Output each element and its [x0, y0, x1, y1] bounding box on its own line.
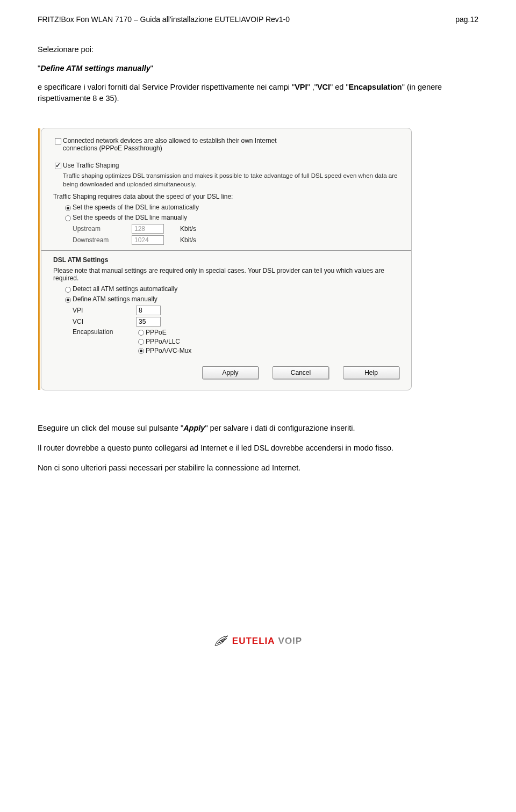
upstream-input[interactable] [132, 224, 164, 234]
intro-p3: e specificare i valori forniti dal Servi… [38, 82, 478, 104]
downstream-input[interactable] [132, 235, 164, 245]
atm-manual-row[interactable]: Define ATM settings manually [63, 295, 399, 303]
encap-pppoallc-label: PPPoA/LLC [146, 338, 180, 345]
traffic-shaping-row[interactable]: Use Traffic Shaping [53, 162, 399, 170]
encap-pppoe-label: PPPoE [146, 329, 167, 336]
dsl-speed-manual-radio[interactable] [63, 214, 73, 222]
pppoe-passthrough-checkbox[interactable] [53, 137, 63, 145]
upstream-row: Upstream Kbit/s [73, 224, 399, 234]
atm-auto-row[interactable]: Detect all ATM settings automatically [63, 285, 399, 293]
encapsulation-row: Encapsulation PPPoE PPPoA/LLC PPPoA/V [73, 328, 399, 354]
traffic-shaping-desc: Traffic shaping optimizes DSL transmissi… [63, 172, 399, 189]
dsl-speed-auto-label: Set the speeds of the DSL line automatic… [73, 204, 399, 211]
apply-button[interactable]: Apply [202, 366, 259, 379]
dsl-speed-auto-radio[interactable] [63, 204, 73, 212]
section-divider [41, 250, 411, 251]
dsl-speed-manual-label: Set the speeds of the DSL line manually [73, 214, 399, 221]
upstream-label: Upstream [73, 225, 132, 233]
encap-pppoavc-label: PPPoA/VC-Mux [146, 347, 191, 354]
footer-logo: EUTELIAVOIP [38, 635, 478, 650]
eutelia-wing-icon [214, 635, 229, 648]
cancel-button[interactable]: Cancel [273, 366, 329, 379]
encap-pppoavc-radio[interactable] [136, 347, 146, 354]
doc-header: FRITZ!Box Fon WLAN 7170 – Guida all'inst… [38, 0, 478, 24]
traffic-shaping-checkbox[interactable] [53, 162, 63, 170]
encap-pppoe-row[interactable]: PPPoE [136, 328, 191, 336]
after-p1: Eseguire un click del mouse sul pulsante… [38, 423, 478, 434]
intro-p1: Selezionare poi: [38, 44, 478, 55]
vci-label: VCI [73, 318, 136, 325]
downstream-row: Downstream Kbit/s [73, 235, 399, 245]
downstream-label: Downstream [73, 236, 132, 244]
logo-text-voip: VOIP [278, 636, 303, 647]
pppoe-passthrough-row[interactable]: Connected network devices are also allow… [53, 137, 399, 152]
traffic-shaping-label: Use Traffic Shaping [63, 162, 399, 169]
intro-p2: "Define ATM settings manually" [38, 63, 478, 74]
atm-section-title: DSL ATM Settings [53, 256, 399, 264]
downstream-unit: Kbit/s [180, 236, 196, 244]
atm-desc: Please note that manual settings are req… [53, 267, 399, 282]
vpi-label: VPI [73, 307, 136, 314]
logo-text-eutelia: EUTELIA [232, 636, 275, 647]
vci-input[interactable] [136, 317, 161, 327]
dsl-speed-auto-row[interactable]: Set the speeds of the DSL line automatic… [63, 204, 399, 212]
vpi-input[interactable] [136, 306, 161, 315]
encap-pppoallc-row[interactable]: PPPoA/LLC [136, 337, 191, 345]
vpi-row: VPI [73, 306, 399, 315]
help-button[interactable]: Help [343, 366, 399, 379]
upstream-unit: Kbit/s [180, 225, 196, 233]
encap-pppoallc-radio[interactable] [136, 338, 146, 345]
header-left: FRITZ!Box Fon WLAN 7170 – Guida all'inst… [38, 15, 290, 24]
atm-auto-label: Detect all ATM settings automatically [73, 285, 399, 293]
vci-row: VCI [73, 317, 399, 327]
intro-text: Selezionare poi: "Define ATM settings ma… [38, 44, 478, 104]
settings-panel-screenshot: Connected network devices are also allow… [38, 128, 478, 390]
traffic-shaping-note: Traffic Shaping requires data about the … [53, 193, 399, 200]
encapsulation-label: Encapsulation [73, 328, 136, 336]
atm-manual-label: Define ATM settings manually [73, 295, 399, 303]
after-p2: Il router dovrebbe a questo punto colleg… [38, 443, 478, 454]
encap-pppoe-radio[interactable] [136, 329, 146, 336]
pppoe-passthrough-label: Connected network devices are also allow… [63, 137, 399, 152]
after-text: Eseguire un click del mouse sul pulsante… [38, 423, 478, 474]
button-bar: Apply Cancel Help [53, 366, 399, 379]
after-p3: Non ci sono ulteriori passi necessari pe… [38, 462, 478, 474]
encap-pppoavc-row[interactable]: PPPoA/VC-Mux [136, 346, 191, 354]
dsl-speed-manual-row[interactable]: Set the speeds of the DSL line manually [63, 214, 399, 222]
intro-setting-name: Define ATM settings manually [40, 64, 150, 73]
atm-auto-radio[interactable] [63, 286, 73, 293]
header-right: pag.12 [455, 15, 478, 24]
atm-manual-radio[interactable] [63, 296, 73, 303]
